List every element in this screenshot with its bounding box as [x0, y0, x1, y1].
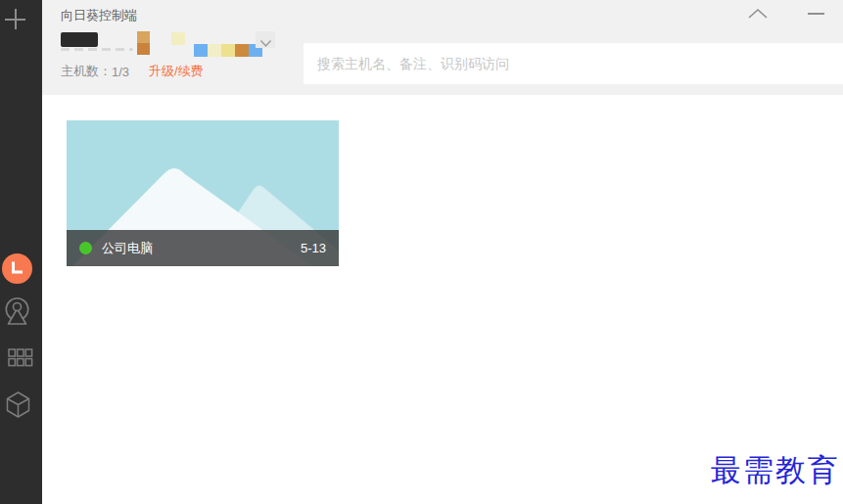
host-id: 5-13	[301, 241, 326, 255]
account-badge	[235, 44, 249, 57]
host-info-bar: 公司电脑 5-13	[67, 230, 339, 266]
redacted-username	[61, 32, 98, 47]
app-window: 向日葵控制端 主机数： 1/3 升级/续费	[0, 0, 843, 504]
collapse-window-button[interactable]	[747, 7, 769, 21]
clock-icon	[2, 253, 32, 284]
chevron-down-icon	[259, 39, 272, 48]
minimize-button[interactable]	[808, 13, 824, 15]
account-badge	[194, 44, 208, 57]
account-badge	[221, 44, 235, 57]
account-badge	[171, 32, 185, 45]
host-count-value: 1/3	[112, 65, 129, 79]
sidebar	[0, 0, 42, 504]
screencast-icon	[3, 297, 31, 325]
plugins-button[interactable]	[4, 389, 32, 423]
grid-icon	[8, 348, 33, 367]
account-badge	[208, 44, 221, 57]
recent-sessions-button[interactable]	[2, 253, 32, 284]
add-device-button[interactable]	[5, 9, 25, 29]
header: 向日葵控制端 主机数： 1/3 升级/续费	[42, 0, 843, 95]
account-dropdown-button[interactable]	[256, 31, 275, 48]
upgrade-renew-link[interactable]: 升级/续费	[149, 63, 204, 80]
account-badge	[137, 31, 150, 55]
host-count-row: 主机数： 1/3 升级/续费	[61, 63, 204, 80]
chevron-up-icon	[747, 7, 769, 21]
host-name: 公司电脑	[102, 240, 301, 257]
host-count-label: 主机数：	[61, 63, 112, 80]
host-status-dot	[79, 242, 92, 254]
redacted-username-remnant	[61, 48, 133, 51]
search-input[interactable]	[304, 43, 843, 84]
host-card[interactable]: 公司电脑 5-13	[67, 120, 339, 266]
remote-screen-button[interactable]	[3, 297, 31, 329]
grid-view-button[interactable]	[8, 348, 33, 371]
window-title: 向日葵控制端	[61, 7, 137, 24]
cube-icon	[4, 389, 32, 419]
host-list-area: 公司电脑 5-13 最需教育	[42, 95, 843, 504]
watermark-text: 最需教育	[711, 450, 840, 491]
